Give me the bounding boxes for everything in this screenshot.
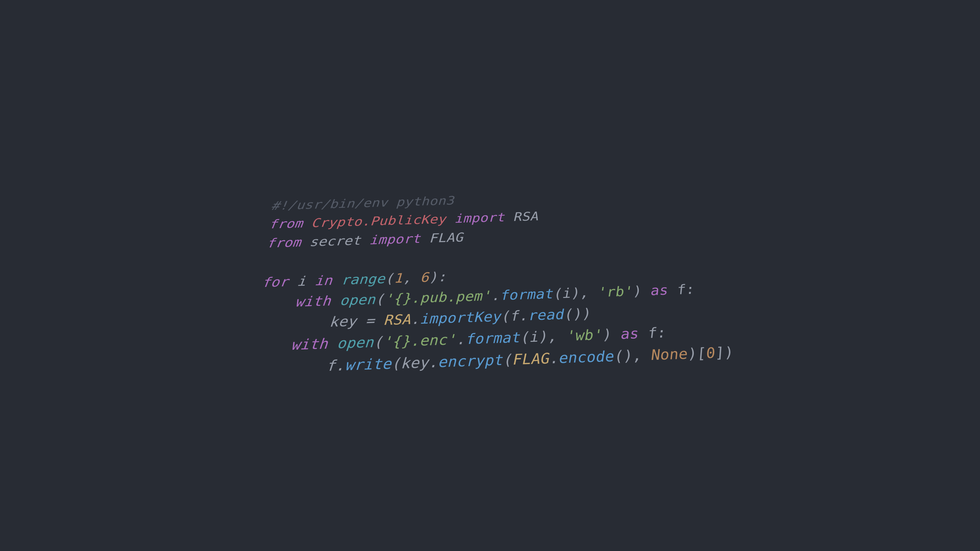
kw-in: in: [314, 273, 333, 288]
op-eq: =: [356, 312, 384, 329]
kw-none: None: [649, 345, 688, 363]
paren-open: (: [500, 308, 510, 324]
kw-for: for: [261, 274, 289, 290]
dot: .: [410, 311, 420, 327]
paren-open: (: [519, 329, 529, 345]
cls-rsa: RSA: [383, 311, 411, 328]
paren-close: ): [631, 283, 642, 299]
fn-encrypt: encrypt: [438, 351, 503, 371]
module-crypto: Crypto.PublicKey: [310, 212, 446, 230]
fn-format: format: [465, 329, 520, 347]
kw-as: as: [649, 283, 668, 298]
fn-write: write: [344, 355, 391, 374]
str-wb: 'wb': [565, 327, 603, 344]
module-secret: secret: [309, 233, 361, 249]
paren-open: (: [552, 286, 562, 301]
str-pubpem: '{}.pub.pem': [384, 288, 491, 307]
kw-from: from: [268, 216, 304, 231]
fn-read: read: [527, 306, 564, 324]
paren-open: (: [502, 351, 512, 368]
var-flag: FLAG: [511, 350, 549, 368]
paren-close: ): [538, 328, 548, 345]
paren-close: ): [580, 306, 591, 322]
paren-open: (: [373, 333, 383, 351]
comma: ,: [402, 270, 420, 286]
sym-rsa: RSA: [512, 209, 538, 224]
paren-open: (: [375, 291, 385, 307]
dot: .: [490, 288, 500, 303]
fn-importkey: importKey: [420, 308, 501, 327]
var-key: key: [329, 313, 357, 330]
kw-as: as: [619, 325, 639, 342]
var-i: i: [561, 286, 571, 301]
paren-close: ): [429, 269, 438, 285]
paren-open: (: [391, 355, 401, 372]
dot: .: [518, 307, 528, 324]
kw-with: with: [294, 293, 331, 310]
shebang-line: #!/usr/bin/env python3: [270, 194, 454, 213]
paren-close: ): [600, 326, 611, 343]
dot: .: [428, 354, 438, 371]
dot: .: [456, 331, 465, 348]
fn-open: open: [339, 292, 375, 308]
colon: :: [438, 269, 447, 284]
fn-open: open: [336, 334, 374, 351]
fn-format: format: [499, 286, 553, 303]
code-snippet: #!/usr/bin/env python3 from Crypto.Publi…: [227, 176, 759, 392]
comma: ,: [546, 327, 566, 345]
var-i: i: [528, 329, 538, 345]
kw-with: with: [290, 335, 328, 353]
sym-flag: FLAG: [429, 230, 463, 245]
kw-from: from: [266, 235, 302, 250]
fn-range: range: [341, 271, 385, 288]
var-f: f: [326, 357, 336, 375]
dot: .: [548, 350, 558, 367]
var-key: key: [401, 354, 428, 372]
str-rb: 'rb': [596, 283, 633, 300]
comma: ,: [578, 285, 597, 301]
var-f: f: [509, 308, 519, 324]
kw-import: import: [454, 210, 505, 225]
dot: .: [335, 357, 345, 374]
fn-encode: encode: [557, 348, 614, 367]
paren-open: (: [563, 306, 573, 322]
num-1: 1: [393, 271, 403, 286]
kw-import: import: [369, 231, 421, 247]
num-6: 6: [420, 270, 429, 285]
var-i: i: [297, 273, 307, 289]
comma: ,: [630, 347, 651, 364]
paren-open: (: [385, 271, 394, 286]
str-enc: '{}.enc': [383, 331, 456, 350]
